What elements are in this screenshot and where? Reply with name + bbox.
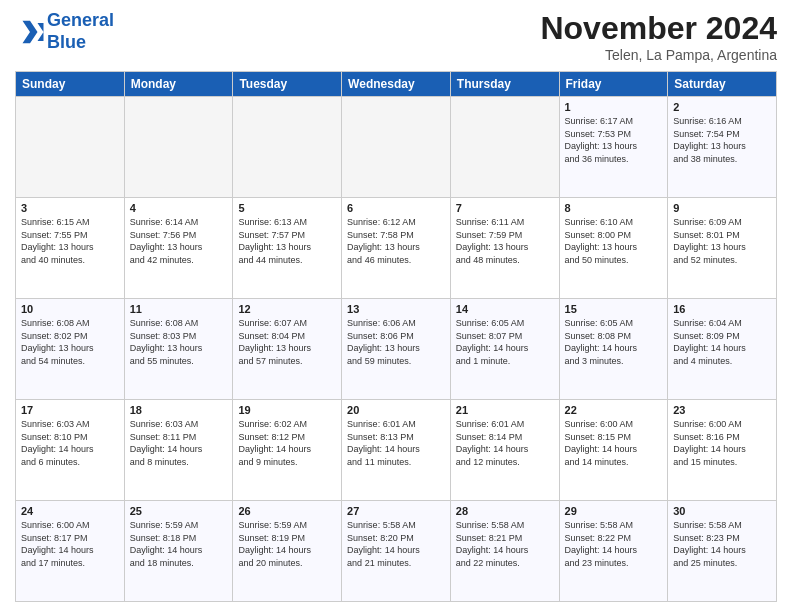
day-cell: 11Sunrise: 6:08 AM Sunset: 8:03 PM Dayli… <box>124 299 233 400</box>
title-block: November 2024 Telen, La Pampa, Argentina <box>540 10 777 63</box>
day-cell <box>450 97 559 198</box>
day-number: 10 <box>21 303 119 315</box>
day-number: 7 <box>456 202 554 214</box>
day-number: 8 <box>565 202 663 214</box>
day-cell: 17Sunrise: 6:03 AM Sunset: 8:10 PM Dayli… <box>16 400 125 501</box>
calendar-header: Sunday Monday Tuesday Wednesday Thursday… <box>16 72 777 97</box>
day-info: Sunrise: 5:58 AM Sunset: 8:22 PM Dayligh… <box>565 519 663 569</box>
day-info: Sunrise: 6:00 AM Sunset: 8:15 PM Dayligh… <box>565 418 663 468</box>
day-info: Sunrise: 5:58 AM Sunset: 8:20 PM Dayligh… <box>347 519 445 569</box>
day-cell: 8Sunrise: 6:10 AM Sunset: 8:00 PM Daylig… <box>559 198 668 299</box>
day-info: Sunrise: 6:13 AM Sunset: 7:57 PM Dayligh… <box>238 216 336 266</box>
day-cell: 20Sunrise: 6:01 AM Sunset: 8:13 PM Dayli… <box>342 400 451 501</box>
day-info: Sunrise: 6:08 AM Sunset: 8:02 PM Dayligh… <box>21 317 119 367</box>
logo-icon <box>15 17 45 47</box>
day-cell: 14Sunrise: 6:05 AM Sunset: 8:07 PM Dayli… <box>450 299 559 400</box>
day-number: 12 <box>238 303 336 315</box>
col-sunday: Sunday <box>16 72 125 97</box>
day-info: Sunrise: 6:00 AM Sunset: 8:16 PM Dayligh… <box>673 418 771 468</box>
day-number: 16 <box>673 303 771 315</box>
day-number: 30 <box>673 505 771 517</box>
logo-text: General Blue <box>47 10 114 53</box>
col-saturday: Saturday <box>668 72 777 97</box>
day-info: Sunrise: 6:03 AM Sunset: 8:11 PM Dayligh… <box>130 418 228 468</box>
day-cell: 1Sunrise: 6:17 AM Sunset: 7:53 PM Daylig… <box>559 97 668 198</box>
day-cell: 4Sunrise: 6:14 AM Sunset: 7:56 PM Daylig… <box>124 198 233 299</box>
day-info: Sunrise: 5:58 AM Sunset: 8:21 PM Dayligh… <box>456 519 554 569</box>
calendar-body: 1Sunrise: 6:17 AM Sunset: 7:53 PM Daylig… <box>16 97 777 602</box>
day-info: Sunrise: 6:11 AM Sunset: 7:59 PM Dayligh… <box>456 216 554 266</box>
day-cell: 10Sunrise: 6:08 AM Sunset: 8:02 PM Dayli… <box>16 299 125 400</box>
month-title: November 2024 <box>540 10 777 47</box>
day-number: 22 <box>565 404 663 416</box>
day-number: 20 <box>347 404 445 416</box>
day-cell: 15Sunrise: 6:05 AM Sunset: 8:08 PM Dayli… <box>559 299 668 400</box>
day-cell <box>124 97 233 198</box>
day-number: 14 <box>456 303 554 315</box>
day-info: Sunrise: 6:05 AM Sunset: 8:08 PM Dayligh… <box>565 317 663 367</box>
week-row-1: 1Sunrise: 6:17 AM Sunset: 7:53 PM Daylig… <box>16 97 777 198</box>
day-number: 13 <box>347 303 445 315</box>
day-cell: 29Sunrise: 5:58 AM Sunset: 8:22 PM Dayli… <box>559 501 668 602</box>
col-tuesday: Tuesday <box>233 72 342 97</box>
day-info: Sunrise: 6:10 AM Sunset: 8:00 PM Dayligh… <box>565 216 663 266</box>
day-info: Sunrise: 6:15 AM Sunset: 7:55 PM Dayligh… <box>21 216 119 266</box>
day-info: Sunrise: 6:16 AM Sunset: 7:54 PM Dayligh… <box>673 115 771 165</box>
day-cell: 12Sunrise: 6:07 AM Sunset: 8:04 PM Dayli… <box>233 299 342 400</box>
day-cell: 23Sunrise: 6:00 AM Sunset: 8:16 PM Dayli… <box>668 400 777 501</box>
day-info: Sunrise: 6:12 AM Sunset: 7:58 PM Dayligh… <box>347 216 445 266</box>
header: General Blue November 2024 Telen, La Pam… <box>15 10 777 63</box>
day-info: Sunrise: 6:08 AM Sunset: 8:03 PM Dayligh… <box>130 317 228 367</box>
logo-general: General <box>47 10 114 30</box>
day-number: 25 <box>130 505 228 517</box>
header-row: Sunday Monday Tuesday Wednesday Thursday… <box>16 72 777 97</box>
svg-marker-0 <box>38 23 44 41</box>
day-cell: 13Sunrise: 6:06 AM Sunset: 8:06 PM Dayli… <box>342 299 451 400</box>
day-number: 26 <box>238 505 336 517</box>
day-cell: 5Sunrise: 6:13 AM Sunset: 7:57 PM Daylig… <box>233 198 342 299</box>
day-info: Sunrise: 6:05 AM Sunset: 8:07 PM Dayligh… <box>456 317 554 367</box>
day-number: 27 <box>347 505 445 517</box>
day-number: 23 <box>673 404 771 416</box>
day-cell <box>233 97 342 198</box>
day-cell: 7Sunrise: 6:11 AM Sunset: 7:59 PM Daylig… <box>450 198 559 299</box>
day-info: Sunrise: 6:00 AM Sunset: 8:17 PM Dayligh… <box>21 519 119 569</box>
day-number: 2 <box>673 101 771 113</box>
day-number: 1 <box>565 101 663 113</box>
day-info: Sunrise: 5:59 AM Sunset: 8:18 PM Dayligh… <box>130 519 228 569</box>
day-cell <box>342 97 451 198</box>
col-friday: Friday <box>559 72 668 97</box>
week-row-5: 24Sunrise: 6:00 AM Sunset: 8:17 PM Dayli… <box>16 501 777 602</box>
day-number: 15 <box>565 303 663 315</box>
day-info: Sunrise: 5:58 AM Sunset: 8:23 PM Dayligh… <box>673 519 771 569</box>
day-info: Sunrise: 6:01 AM Sunset: 8:14 PM Dayligh… <box>456 418 554 468</box>
col-monday: Monday <box>124 72 233 97</box>
day-number: 17 <box>21 404 119 416</box>
day-number: 6 <box>347 202 445 214</box>
day-cell: 3Sunrise: 6:15 AM Sunset: 7:55 PM Daylig… <box>16 198 125 299</box>
day-number: 5 <box>238 202 336 214</box>
day-cell: 22Sunrise: 6:00 AM Sunset: 8:15 PM Dayli… <box>559 400 668 501</box>
day-cell: 18Sunrise: 6:03 AM Sunset: 8:11 PM Dayli… <box>124 400 233 501</box>
day-cell <box>16 97 125 198</box>
day-number: 18 <box>130 404 228 416</box>
day-info: Sunrise: 6:09 AM Sunset: 8:01 PM Dayligh… <box>673 216 771 266</box>
logo-blue: Blue <box>47 32 86 52</box>
page: General Blue November 2024 Telen, La Pam… <box>0 0 792 612</box>
day-cell: 27Sunrise: 5:58 AM Sunset: 8:20 PM Dayli… <box>342 501 451 602</box>
location: Telen, La Pampa, Argentina <box>540 47 777 63</box>
calendar-table: Sunday Monday Tuesday Wednesday Thursday… <box>15 71 777 602</box>
day-cell: 26Sunrise: 5:59 AM Sunset: 8:19 PM Dayli… <box>233 501 342 602</box>
day-number: 19 <box>238 404 336 416</box>
day-cell: 24Sunrise: 6:00 AM Sunset: 8:17 PM Dayli… <box>16 501 125 602</box>
day-info: Sunrise: 6:17 AM Sunset: 7:53 PM Dayligh… <box>565 115 663 165</box>
col-thursday: Thursday <box>450 72 559 97</box>
day-number: 21 <box>456 404 554 416</box>
day-cell: 9Sunrise: 6:09 AM Sunset: 8:01 PM Daylig… <box>668 198 777 299</box>
day-number: 24 <box>21 505 119 517</box>
day-number: 3 <box>21 202 119 214</box>
logo: General Blue <box>15 10 114 53</box>
day-number: 4 <box>130 202 228 214</box>
day-info: Sunrise: 6:04 AM Sunset: 8:09 PM Dayligh… <box>673 317 771 367</box>
col-wednesday: Wednesday <box>342 72 451 97</box>
